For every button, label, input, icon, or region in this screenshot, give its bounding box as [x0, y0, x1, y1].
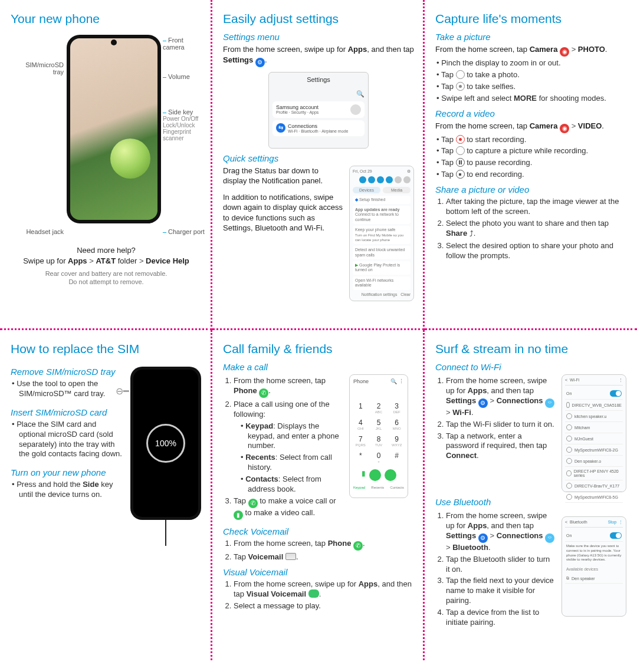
- connections-wifi-icon: ⌔: [545, 398, 554, 408]
- subhead-settings-menu: Settings menu: [223, 32, 414, 42]
- subhead-wifi: Connect to Wi-Fi: [435, 362, 626, 372]
- title-new-phone: Your new phone: [11, 12, 202, 26]
- phone-illustration: [67, 35, 161, 223]
- settings-gear-icon: ⚙: [255, 58, 265, 67]
- sim-eject-tool-icon: ⊖━: [116, 386, 129, 397]
- panel-your-new-phone: Your new phone Front camera SIM/microSD …: [0, 0, 212, 330]
- keypad-screenshot: Phone🔍 ⋮ 12ABC3DEF 4GHI5JKL6MNO 7PQRS8TU…: [349, 374, 408, 498]
- share-icon: ⤴: [469, 229, 474, 239]
- shutter-icon: [456, 70, 465, 79]
- avatar-icon: [350, 104, 361, 115]
- subhead-turn-on: Turn on your new phone: [11, 467, 123, 477]
- settings-menu-text: From the home screen, swipe up for Apps,…: [223, 44, 414, 67]
- shot-title: Settings: [272, 76, 365, 83]
- bt-toggle-icon: [610, 532, 622, 539]
- help-block: Need more help? Swipe up for Apps > AT&T…: [11, 245, 202, 286]
- charging-phone-illustration: 100%: [130, 367, 201, 520]
- check-vm-steps: From the home screen, tap Phone ✆. Tap V…: [223, 539, 414, 562]
- turn-on-bullet: Press and hold the Side key until the de…: [19, 480, 123, 500]
- gear-icon: ⚙: [407, 169, 411, 174]
- stop-icon: [456, 170, 465, 179]
- label-volume: Volume: [163, 73, 190, 80]
- subhead-insert-sim: Insert SIM/microSD card: [11, 407, 123, 417]
- pause-icon: [456, 158, 465, 167]
- title-capture: Capture life's moments: [435, 12, 626, 26]
- title-adjust: Easily adjust settings: [223, 12, 414, 26]
- quick-p1: Drag the Status bar down to display the …: [223, 166, 343, 186]
- voice-call-icon: ✆: [248, 499, 258, 508]
- snapshot-icon: [456, 146, 465, 155]
- camera-icon: ◉: [560, 124, 569, 133]
- wifi-toggle-icon: [610, 390, 622, 397]
- connections-icon: ⇆: [276, 123, 285, 133]
- remove-bullet: Use the tool to open the SIM/microSD™ ca…: [19, 379, 123, 399]
- label-side-key: Side keyPower On/Off Lock/Unlock Fingerp…: [163, 108, 205, 141]
- subhead-share: Share a picture or video: [435, 185, 626, 195]
- title-surf: Surf & stream in no time: [435, 342, 626, 356]
- shot-search-icon: 🔍: [272, 90, 365, 98]
- need-help-text: Need more help?: [11, 245, 202, 256]
- record-icon: [456, 135, 465, 144]
- subhead-make-call: Make a call: [223, 362, 414, 372]
- subhead-record: Record a video: [435, 108, 626, 118]
- phone-icon: ✆: [353, 541, 363, 551]
- voicemail-icon: [285, 553, 296, 560]
- panel-capture: Capture life's moments Take a picture Fr…: [425, 0, 637, 330]
- subhead-vvm: Visual Voicemail: [223, 567, 414, 577]
- share-steps: After taking the picture, tap the image …: [435, 197, 626, 261]
- label-headset: Headset jack: [26, 228, 64, 235]
- visual-voicemail-icon: [308, 589, 319, 598]
- shot-connections-row: ⇆ConnectionsWi-Fi · Bluetooth · Airplane…: [272, 120, 365, 136]
- record-intro: From the home screen, tap Camera ◉ > VID…: [435, 121, 626, 133]
- notification-panel-screenshot: Fri, Oct 29⚙ DevicesMedia ◆ Setup finish…: [349, 166, 414, 301]
- label-front-camera: Front camera: [163, 37, 205, 51]
- make-call-steps: From the home screen, tap Phone ✆. Place…: [223, 376, 343, 520]
- phone-icon: ✆: [259, 388, 268, 398]
- selfie-switch-icon: [456, 82, 465, 91]
- quick-p2: In addition to notifications, swipe down…: [223, 192, 343, 233]
- label-charger: Charger port: [163, 228, 205, 235]
- take-intro: From the home screen, tap Camera ◉ > PHO…: [435, 44, 626, 57]
- record-bullets: Tap to start recording. Tap to capture a…: [435, 135, 626, 180]
- connections-bt-icon: ⌔: [545, 533, 554, 543]
- caution-1: Rear cover and battery are not removable…: [11, 269, 202, 278]
- caution-2: Do not attempt to remove.: [11, 278, 202, 286]
- insert-bullet: Place the SIM card and optional microSD …: [19, 420, 123, 460]
- settings-gear-icon: ⚙: [478, 533, 488, 543]
- battery-percent: 100%: [146, 424, 185, 463]
- panel-surf: Surf & stream in no time Connect to Wi-F…: [425, 330, 637, 660]
- cable-illustration: [165, 520, 166, 546]
- shot-samsung-row: Samsung accountProfile · Security · Apps: [272, 101, 365, 118]
- subhead-quick: Quick settings: [223, 153, 414, 163]
- bluetooth-screenshot: < BluetoothStop ⋮ On Make sure the devic…: [562, 516, 626, 617]
- subhead-take: Take a picture: [435, 32, 626, 42]
- vvm-steps: From the home screen, swipe up for Apps,…: [223, 579, 414, 611]
- subhead-check-vm: Check Voicemail: [223, 526, 414, 536]
- title-sim: How to replace the SIM: [11, 342, 202, 356]
- title-call: Call family & friends: [223, 342, 414, 356]
- take-bullets: Pinch the display to zoom in or out. Tap…: [435, 58, 626, 104]
- panel-call: Call family & friends Make a call From t…: [212, 330, 425, 660]
- label-sim-tray: SIM/microSD tray: [25, 61, 64, 75]
- panel-replace-sim: How to replace the SIM Remove SIM/microS…: [0, 330, 212, 660]
- wifi-steps: From the home screen, swipe up for Apps,…: [435, 376, 556, 461]
- panel-adjust-settings: Easily adjust settings Settings menu Fro…: [212, 0, 425, 330]
- wifi-screenshot: < Wi-Fi⋮ On DIRECTV_WVB_C9A518E kitchen …: [562, 374, 626, 492]
- bt-steps: From the home screen, swipe up for Apps,…: [435, 511, 556, 628]
- help-path: Swipe up for Apps > AT&T folder > Device…: [11, 256, 202, 266]
- video-call-icon: ▮: [234, 510, 243, 520]
- phone-diagram: Front camera SIM/microSD tray Volume Sid…: [11, 32, 205, 238]
- settings-screenshot: Settings 🔍 Samsung accountProfile · Secu…: [268, 72, 369, 149]
- settings-gear-icon: ⚙: [478, 398, 488, 408]
- subhead-remove-sim: Remove SIM/microSD tray: [11, 367, 123, 377]
- camera-icon: ◉: [560, 47, 569, 57]
